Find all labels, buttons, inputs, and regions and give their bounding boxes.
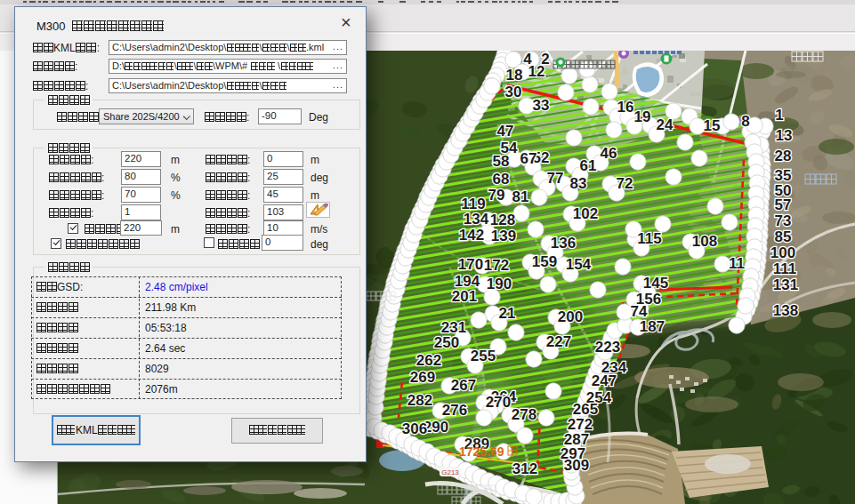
svg-text:67: 67 (520, 150, 537, 167)
svg-text:159: 159 (532, 253, 557, 270)
svg-text:79: 79 (488, 187, 505, 204)
svg-text:47: 47 (497, 123, 514, 140)
svg-text:142: 142 (459, 227, 484, 244)
svg-text:278: 278 (512, 406, 536, 423)
svg-text:306: 306 (402, 420, 427, 437)
svg-text:33: 33 (533, 97, 550, 114)
svg-text:312: 312 (512, 460, 537, 477)
svg-text:247: 247 (592, 372, 617, 389)
svg-text:13: 13 (776, 127, 793, 144)
svg-text:139: 139 (491, 228, 516, 244)
svg-text:77: 77 (547, 170, 564, 187)
svg-text:172: 172 (484, 257, 509, 274)
svg-text:111: 111 (773, 260, 797, 277)
svg-text:170: 170 (458, 256, 483, 273)
svg-text:46: 46 (601, 145, 617, 162)
svg-text:270: 270 (486, 394, 511, 411)
svg-text:12: 12 (528, 63, 545, 80)
svg-text:100: 100 (770, 244, 795, 261)
svg-text:282: 282 (407, 392, 432, 409)
svg-text:250: 250 (434, 334, 459, 351)
svg-text:1725.69: 1725.69 (459, 444, 504, 459)
svg-text:131: 131 (773, 276, 798, 293)
svg-text:309: 309 (564, 457, 589, 474)
svg-text:15: 15 (704, 117, 721, 134)
svg-text:201: 201 (452, 288, 477, 305)
svg-text:108: 108 (692, 233, 717, 250)
svg-text:58: 58 (493, 153, 510, 170)
svg-text:187: 187 (640, 318, 665, 335)
svg-text:227: 227 (546, 333, 571, 350)
svg-text:11: 11 (729, 255, 745, 272)
svg-text:83: 83 (570, 175, 587, 192)
svg-text:85: 85 (775, 228, 792, 245)
svg-text:19: 19 (634, 108, 651, 125)
svg-text:102: 102 (573, 205, 598, 222)
svg-text:223: 223 (595, 339, 620, 356)
svg-text:255: 255 (471, 348, 496, 364)
svg-text:72: 72 (617, 175, 633, 192)
svg-text:1: 1 (775, 107, 783, 124)
svg-text:269: 269 (410, 369, 435, 386)
svg-text:276: 276 (442, 402, 467, 419)
svg-text:30: 30 (505, 84, 522, 100)
svg-text:190: 190 (487, 276, 512, 292)
svg-text:81: 81 (512, 188, 529, 205)
svg-text:128: 128 (490, 212, 515, 228)
svg-text:138: 138 (773, 302, 798, 319)
svg-text:154: 154 (566, 256, 592, 273)
svg-text:145: 145 (643, 275, 668, 292)
svg-text:G213: G213 (441, 468, 459, 476)
svg-text:18: 18 (506, 67, 523, 84)
svg-text:8: 8 (741, 113, 749, 130)
svg-text:134: 134 (464, 211, 489, 228)
svg-text:21: 21 (499, 305, 516, 322)
svg-text:136: 136 (551, 235, 576, 252)
svg-text:200: 200 (558, 308, 583, 325)
svg-text:28: 28 (775, 148, 792, 164)
svg-text:73: 73 (775, 212, 792, 229)
svg-text:262: 262 (416, 352, 441, 369)
svg-text:68: 68 (493, 171, 510, 188)
svg-text:16: 16 (617, 99, 634, 116)
svg-text:24: 24 (657, 116, 674, 133)
svg-text:57: 57 (775, 196, 792, 213)
svg-text:115: 115 (637, 230, 661, 247)
svg-text:267: 267 (451, 377, 476, 394)
svg-text:61: 61 (580, 157, 597, 174)
